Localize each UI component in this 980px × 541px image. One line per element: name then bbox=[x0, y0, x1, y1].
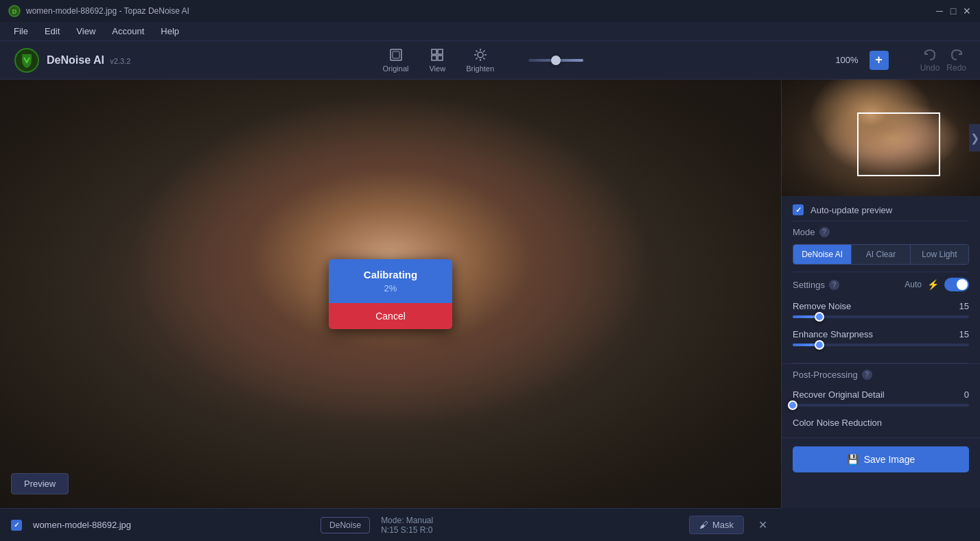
undo-icon bbox=[923, 48, 937, 62]
settings-header: Settings ? Auto ⚡ bbox=[793, 278, 969, 291]
mask-label: Mask bbox=[712, 520, 734, 530]
menu-view[interactable]: View bbox=[69, 25, 102, 38]
zoom-level: 100% bbox=[835, 55, 858, 65]
brighten-label: Brighten bbox=[466, 64, 494, 73]
recover-detail-thumb[interactable] bbox=[788, 400, 797, 410]
mask-icon: 🖌 bbox=[699, 520, 708, 530]
enhance-sharpness-track[interactable] bbox=[793, 344, 969, 346]
svg-rect-5 bbox=[432, 49, 436, 54]
post-processing-label: Post-Processing bbox=[793, 370, 858, 380]
recover-detail-track[interactable] bbox=[793, 404, 969, 407]
toggle-thumb bbox=[957, 279, 968, 290]
app-name: DeNoise AI bbox=[47, 54, 104, 66]
minimize-button[interactable]: ─ bbox=[935, 6, 944, 16]
save-btn-label: Save Image bbox=[864, 454, 915, 465]
bottom-bar: ✓ women-model-88692.jpg DeNoise Mode: Ma… bbox=[0, 508, 781, 541]
remove-noise-label: Remove Noise bbox=[793, 301, 851, 311]
svg-line-16 bbox=[483, 51, 485, 52]
remove-noise-thumb[interactable] bbox=[815, 312, 824, 322]
toolbar: DeNoise AI v2.3.2 Original View bbox=[0, 41, 980, 80]
brightness-thumb[interactable] bbox=[551, 56, 561, 65]
recover-detail-label-row: Recover Original Detail 0 bbox=[793, 389, 969, 400]
settings-help-icon[interactable]: ? bbox=[829, 280, 839, 290]
save-button-area: 💾 Save Image bbox=[782, 437, 980, 481]
save-image-button[interactable]: 💾 Save Image bbox=[793, 446, 969, 472]
undo-label: Undo bbox=[920, 63, 940, 73]
logo-icon bbox=[14, 47, 40, 73]
mode-denoise-btn[interactable]: DeNoise AI bbox=[793, 245, 852, 264]
enhance-sharpness-label-row: Enhance Sharpness 15 bbox=[793, 329, 969, 339]
mode-aiclear-btn[interactable]: AI Clear bbox=[852, 245, 910, 264]
color-noise-label: Color Noise Reduction bbox=[793, 418, 882, 428]
view-tool[interactable]: View bbox=[429, 47, 445, 73]
svg-rect-7 bbox=[432, 56, 436, 60]
svg-line-15 bbox=[483, 58, 485, 59]
thumbnail-area: ❯ bbox=[782, 80, 980, 196]
post-processing-help-icon[interactable]: ? bbox=[862, 370, 872, 380]
zoom-plus-button[interactable]: + bbox=[870, 51, 889, 70]
redo-button[interactable]: Redo bbox=[946, 48, 966, 73]
brighten-tool[interactable]: Brighten bbox=[466, 47, 494, 73]
thumbnail-image bbox=[782, 80, 980, 196]
svg-rect-8 bbox=[438, 56, 443, 60]
enhance-sharpness-label: Enhance Sharpness bbox=[793, 329, 873, 339]
checkmark-icon: ✓ bbox=[795, 206, 802, 215]
mask-button[interactable]: 🖌 Mask bbox=[689, 516, 744, 534]
original-tool[interactable]: Original bbox=[383, 47, 409, 73]
view-label: View bbox=[429, 64, 445, 73]
mode-lowlight-btn[interactable]: Low Light bbox=[911, 245, 968, 264]
undo-button[interactable]: Undo bbox=[920, 48, 940, 73]
settings-section: Settings ? Auto ⚡ Remove Noise 15 bbox=[782, 272, 980, 363]
menu-help[interactable]: Help bbox=[154, 25, 186, 38]
remove-noise-value: 15 bbox=[959, 301, 969, 311]
svg-rect-4 bbox=[393, 51, 399, 58]
auto-update-label: Auto-update preview bbox=[810, 205, 892, 215]
menu-file[interactable]: File bbox=[7, 25, 35, 38]
enhance-sharpness-thumb[interactable] bbox=[815, 340, 824, 350]
maximize-button[interactable]: □ bbox=[948, 6, 958, 16]
close-button[interactable]: ✕ bbox=[962, 6, 972, 16]
auto-text: Auto bbox=[905, 280, 922, 289]
mode-label: Mode bbox=[793, 227, 815, 237]
preview-button[interactable]: Preview bbox=[11, 473, 69, 494]
save-icon: 💾 bbox=[847, 454, 859, 465]
stats-text: N:15 S:15 R:0 bbox=[381, 525, 432, 535]
recover-detail-label: Recover Original Detail bbox=[793, 389, 885, 400]
mode-help-icon[interactable]: ? bbox=[819, 227, 830, 237]
remove-noise-label-row: Remove Noise 15 bbox=[793, 301, 969, 311]
app-icon: D bbox=[8, 5, 21, 17]
remove-noise-track[interactable] bbox=[793, 315, 969, 318]
auto-toggle[interactable] bbox=[944, 278, 969, 291]
titlebar-title: women-model-88692.jpg - Topaz DeNoise AI bbox=[26, 6, 189, 16]
auto-update-row: ✓ Auto-update preview bbox=[782, 196, 980, 221]
settings-label: Settings bbox=[793, 280, 825, 290]
enhance-sharpness-row: Enhance Sharpness 15 bbox=[793, 329, 969, 346]
menu-edit[interactable]: Edit bbox=[38, 25, 67, 38]
svg-point-9 bbox=[478, 52, 483, 58]
calibrating-dialog: Calibrating 2% Cancel bbox=[329, 259, 452, 329]
brightness-slider[interactable] bbox=[528, 59, 583, 62]
close-bottom-button[interactable]: ✕ bbox=[755, 518, 770, 533]
brighten-icon bbox=[473, 47, 488, 62]
toolbar-right: 100% + Undo Redo bbox=[835, 48, 966, 73]
mode-header: Mode ? bbox=[793, 227, 969, 237]
mode-buttons: DeNoise AI AI Clear Low Light bbox=[793, 244, 969, 265]
calibrating-title: Calibrating bbox=[340, 269, 441, 280]
svg-text:D: D bbox=[12, 8, 17, 15]
main-area: Calibrating 2% Cancel Preview ❯ ✓ Auto-u… bbox=[0, 80, 980, 508]
denoise-tag[interactable]: DeNoise bbox=[320, 517, 370, 533]
menu-account[interactable]: Account bbox=[105, 25, 151, 38]
svg-line-17 bbox=[476, 58, 477, 59]
file-checkbox[interactable]: ✓ bbox=[11, 520, 22, 531]
undo-redo-group: Undo Redo bbox=[920, 48, 966, 73]
svg-rect-3 bbox=[390, 49, 401, 60]
svg-line-14 bbox=[476, 51, 477, 52]
brightness-control[interactable] bbox=[528, 59, 583, 62]
calibrating-percent: 2% bbox=[340, 283, 441, 293]
cancel-button[interactable]: Cancel bbox=[329, 303, 452, 329]
canvas-area[interactable]: Calibrating 2% Cancel Preview bbox=[0, 80, 781, 508]
panel-expand-button[interactable]: ❯ bbox=[969, 124, 980, 152]
filename-label: women-model-88692.jpg bbox=[33, 520, 131, 530]
mode-status: Mode: Manual N:15 S:15 R:0 bbox=[381, 516, 433, 535]
auto-update-checkbox[interactable]: ✓ bbox=[793, 204, 804, 215]
